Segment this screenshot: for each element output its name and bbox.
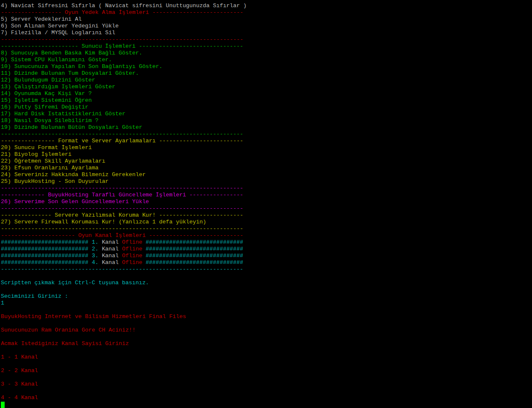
terminal-text-segment: 15) Işletim Sistemini Öğren: [1, 97, 92, 103]
terminal-text-segment: ---------------------- Oyun Kanal İşleml…: [1, 232, 243, 239]
menu-item-22: 22) Öğretmen Skill Ayarlamaları: [1, 158, 532, 165]
blank-line: [1, 273, 532, 280]
blank-line: [1, 374, 532, 381]
terminal-text-segment: ----------------------------------------…: [1, 131, 243, 137]
selection-prompt: Seciminizi Giriniz :: [1, 293, 532, 300]
separator-red: ----------------------------------------…: [1, 36, 532, 43]
terminal-text-segment: Ofline: [122, 259, 142, 266]
terminal-text-segment: 23) Efsun Oranlarını Ayarlama: [1, 165, 98, 171]
kanal-status-3: ########################## 3. Kanal Ofli…: [1, 253, 532, 259]
terminal-text-segment: 1: [1, 300, 4, 306]
menu-item-26: 26) Serverime Son Gelen Güncellemeleri Y…: [1, 199, 532, 205]
terminal-text-segment: 13) Çalıştırdığım Işlemleri Göster: [1, 84, 115, 90]
terminal-text-segment: 9) Sistem CPU Kullanımını Göster.: [1, 57, 112, 63]
terminal-text-segment: 17) Hard Disk Istatistiklerini Göster: [1, 111, 125, 117]
terminal-text-segment: ----------------------------------------…: [1, 226, 243, 232]
menu-item-13: 13) Çalıştırdığım Işlemleri Göster: [1, 84, 532, 90]
terminal-text-segment: ########################## 1.: [1, 239, 98, 245]
menu-item-25: 25) BuyukHosting - Son Duyurular: [1, 178, 532, 185]
menu-item-8: 8) Sunucuya Benden Baska Kim Bağlı Göste…: [1, 50, 532, 57]
terminal-text-segment: Kanal: [98, 246, 122, 252]
blank-line: [1, 307, 532, 313]
terminal-text-segment: 6) Son Alınan Server Yedegini Yükle: [1, 23, 119, 29]
separator-green: ----------------------------------------…: [1, 131, 532, 138]
terminal-text-segment: 27) Servere Firewall Koruması Kur! (Yanl…: [1, 219, 206, 225]
menu-item-9: 9) Sistem CPU Kullanımını Göster.: [1, 57, 532, 63]
menu-item-24: 24) Serveriniz Hakkında Bilmeniz Gereken…: [1, 171, 532, 178]
terminal-text-segment: Kanal: [98, 239, 122, 245]
terminal-text-segment: 2 - 2 Kanal: [1, 367, 38, 374]
terminal-text-segment: #############################: [142, 239, 243, 245]
blank-line: [1, 286, 532, 293]
terminal-text-segment: Seciminizi Giriniz :: [1, 293, 68, 299]
user-input-selection: 1: [1, 300, 532, 307]
menu-item-19: 19) Dizinde Bulunan Bütün Dosyaları Göst…: [1, 124, 532, 131]
terminal-text-segment: ---------------- Format ve Server Ayarla…: [1, 138, 243, 144]
terminal-text-segment: 1 - 1 Kanal: [1, 354, 38, 360]
terminal-text-segment: 26) Serverime Son Gelen Güncellemeleri Y…: [1, 199, 149, 205]
terminal-text-segment: ------------------ Oyun Yedek Alma İşlem…: [1, 9, 243, 16]
kanal-status-1: ########################## 1. Kanal Ofli…: [1, 239, 532, 246]
kanal-status-2: ########################## 2. Kanal Ofli…: [1, 246, 532, 253]
section-header-format: ---------------- Format ve Server Ayarla…: [1, 138, 532, 144]
terminal-text-segment: 18) Nasıl Dosya Silebilirim ?: [1, 117, 98, 124]
menu-item-6: 6) Son Alınan Server Yedegini Yükle: [1, 23, 532, 30]
kanal-option-1: 1 - 1 Kanal: [1, 354, 532, 361]
separator-yellow: ----------------------------------------…: [1, 226, 532, 232]
terminal-text-segment: ------------- BuyukHosting Taraflı Günce…: [1, 192, 243, 198]
terminal-text-segment: Kanal: [98, 253, 122, 259]
menu-item-7: 7) Filezilla / MYSQL Loglarını Sil: [1, 30, 532, 36]
terminal-text-segment: Sunucunuzun Ram Oranina Gore CH Aciniz!!: [1, 327, 135, 333]
terminal-text-segment: BuyukHosting Internet ve Bilisim Hizmetl…: [1, 313, 186, 320]
menu-item-21: 21) Biyolog İşlemleri: [1, 151, 532, 158]
terminal-text-segment: ########################## 4.: [1, 259, 98, 266]
section-header-koruma: --------------- Servere Yazılımsal Korum…: [1, 212, 532, 219]
terminal-screen[interactable]: 4) Navicat Sifresini Sıfırla ( Navicat s…: [0, 0, 532, 408]
terminal-text-segment: 3 - 3 Kanal: [1, 381, 38, 387]
blank-line: [1, 320, 532, 327]
terminal-text-segment: ########################## 3.: [1, 253, 98, 259]
terminal-text-segment: 14) Oyunumda Kaç Kişi Var ?: [1, 90, 92, 97]
terminal-text-segment: 8) Sunucuya Benden Baska Kim Bağlı Göste…: [1, 50, 142, 56]
terminal-text-segment: 4 - 4 Kanal: [1, 394, 38, 401]
terminal-text-segment: 21) Biyolog İşlemleri: [1, 151, 72, 158]
terminal-text-segment: --------------- Servere Yazılımsal Korum…: [1, 212, 243, 218]
kanal-option-4: 4 - 4 Kanal: [1, 394, 532, 401]
terminal-text-segment: ----------------------------------------…: [1, 36, 243, 43]
terminal-text-segment: 20) Sunucu Format İşlemleri: [1, 144, 92, 151]
menu-item-12: 12) Bulundugum Dizini Göster: [1, 77, 532, 84]
terminal-text-segment: 19) Dizinde Bulunan Bütün Dosyaları Göst…: [1, 124, 142, 131]
terminal-text-segment: Kanal: [98, 259, 122, 266]
blank-line: [1, 361, 532, 367]
cursor-line: [1, 401, 532, 408]
terminal-text-segment: Scriptten çıkmak için Ctrl-C tuşuna bası…: [1, 280, 149, 286]
menu-item-11: 11) Dizinde Bulunan Tum Dosyalari Göster…: [1, 70, 532, 77]
separator-magenta: ----------------------------------------…: [1, 185, 532, 192]
menu-item-23: 23) Efsun Oranlarını Ayarlama: [1, 165, 532, 171]
brand-line: BuyukHosting Internet ve Bilisim Hizmetl…: [1, 313, 532, 320]
terminal-text-segment: 16) Putty Şifremi Değiştir: [1, 104, 88, 110]
section-header-oyun-yedek: ------------------ Oyun Yedek Alma İşlem…: [1, 9, 532, 16]
terminal-cursor: [1, 402, 5, 408]
terminal-text-segment: ----------------------------------------…: [1, 185, 243, 191]
menu-item-15: 15) Işletim Sistemini Öğren: [1, 97, 532, 104]
blank-line: [1, 347, 532, 354]
kanal-count-prompt: Acmak Istediginiz Kanal Sayisi Giriniz: [1, 340, 532, 347]
terminal-text-segment: 22) Öğretmen Skill Ayarlamaları: [1, 158, 105, 164]
terminal-text-segment: ----------------------------------------…: [1, 266, 243, 272]
menu-item-4: 4) Navicat Sifresini Sıfırla ( Navicat s…: [1, 3, 532, 9]
section-header-oyun-kanal: ---------------------- Oyun Kanal İşleml…: [1, 232, 532, 239]
terminal-text-segment: ########################## 2.: [1, 246, 98, 252]
terminal-text-segment: Acmak Istediginiz Kanal Sayisi Giriniz: [1, 340, 129, 347]
menu-item-20: 20) Sunucu Format İşlemleri: [1, 144, 532, 151]
terminal-text-segment: Ofline: [122, 239, 142, 245]
terminal-text-segment: 24) Serveriniz Hakkında Bilmeniz Gereken…: [1, 171, 146, 178]
blank-line: [1, 388, 532, 394]
terminal-text-segment: 10) Sunucunuza Yapılan En Son Bağlantıyı…: [1, 63, 162, 70]
terminal-text-segment: ----------------------------------------…: [1, 205, 243, 212]
exit-hint: Scriptten çıkmak için Ctrl-C tuşuna bası…: [1, 280, 532, 286]
terminal-text-segment: 5) Server Yedeklerini Al: [1, 16, 82, 22]
menu-item-17: 17) Hard Disk Istatistiklerini Göster: [1, 111, 532, 117]
terminal-text-segment: 25) BuyukHosting - Son Duyurular: [1, 178, 108, 185]
menu-item-14: 14) Oyunumda Kaç Kişi Var ?: [1, 90, 532, 97]
